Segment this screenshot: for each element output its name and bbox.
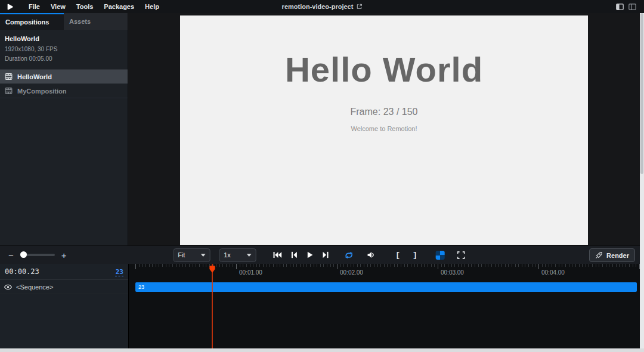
speed-dropdown[interactable]: 1x [219,248,256,262]
render-button-label: Render [606,252,629,259]
composition-item-label: HelloWorld [17,73,52,80]
volume-icon [366,251,374,258]
ruler-label: 00:02.00 [340,269,363,276]
tab-compositions[interactable]: Compositions [0,13,64,30]
current-frame-input[interactable]: 23 [116,268,123,276]
fit-dropdown-value: Fit [178,251,185,258]
fit-dropdown[interactable]: Fit [173,248,210,262]
left-panel-icon [616,4,624,10]
play-icon [306,251,313,258]
ruler-label: 00:03.00 [441,269,464,276]
chevron-down-icon [246,254,251,257]
sequence-bar-label: 23 [135,284,144,290]
track-name: <Sequence> [16,284,53,291]
vertical-scrollbar[interactable] [640,13,644,348]
loop-icon [343,251,354,259]
playback-toolbar: − + Fit 1x [0,245,640,264]
toggle-left-panel-button[interactable] [615,3,624,11]
external-link-icon [356,4,362,10]
current-timecode: 00:00.23 [5,267,39,276]
timeline-left-column: 00:00.23 23 <Sequence> [0,264,129,348]
scrollbar-thumb[interactable] [640,13,643,174]
canvas-frame-text: Frame: 23 / 150 [180,107,588,117]
rocket-icon [595,251,603,259]
canvas-subtitle-text: Welcome to Remotion! [180,125,588,132]
sequence-timeline-bar[interactable]: 23 [135,282,637,292]
project-title-link[interactable]: remotion-video-project [282,0,363,13]
playback-controls: Fit 1x [173,246,467,264]
menu-tools[interactable]: Tools [71,0,99,13]
play-button[interactable] [304,250,315,260]
out-marker-button[interactable]: ] [411,250,419,261]
track-visibility-button[interactable] [4,284,12,290]
sidebar-tabs: Compositions Assets [0,13,128,30]
chevron-down-icon [200,254,205,257]
fullscreen-button[interactable] [456,250,467,260]
timeline-tracks-area[interactable]: 00:01.00 00:02.00 00:03.00 00:04.00 23 [129,264,640,348]
playhead-handle[interactable] [209,265,216,276]
project-title: remotion-video-project [282,3,354,10]
zoom-in-button[interactable]: + [60,251,68,260]
composition-item-mycomposition[interactable]: MyComposition [0,84,128,98]
menu-file[interactable]: File [23,0,45,13]
canvas-title-text: Hello World [180,49,588,89]
render-button[interactable]: Render [589,248,635,262]
bottom-chrome-strip [0,348,644,352]
menu-view[interactable]: View [45,0,71,13]
fullscreen-icon [457,251,465,259]
previous-frame-button[interactable] [289,250,299,260]
eye-icon [4,284,12,290]
timeline-ruler[interactable]: 00:01.00 00:02.00 00:03.00 00:04.00 [129,264,640,279]
composition-name: HelloWorld [5,35,123,42]
composition-item-label: MyComposition [17,88,67,95]
timeline-zoom-cluster: − + [7,246,68,264]
remotion-logo-icon[interactable] [6,3,14,11]
transparency-toggle-button[interactable] [434,250,447,261]
jump-to-start-button[interactable] [271,250,283,260]
menu-items: File View Tools Packages Help [23,0,165,13]
next-frame-button[interactable] [320,250,330,260]
menu-packages[interactable]: Packages [98,0,140,13]
film-icon [5,87,13,95]
panel-toggles [615,0,637,13]
video-canvas[interactable]: Hello World Frame: 23 / 150 Welcome to R… [180,15,588,245]
volume-button[interactable] [364,250,376,260]
left-sidebar: Compositions Assets HelloWorld 1920x1080… [0,13,128,245]
zoom-slider-thumb[interactable] [20,251,27,258]
composition-list: HelloWorld MyComposition [0,70,128,98]
step-forward-icon [322,251,329,258]
checkerboard-icon [436,251,445,260]
preview-area: Hello World Frame: 23 / 150 Welcome to R… [128,13,640,245]
loop-toggle-button[interactable] [342,250,355,260]
ruler-label: 00:01.00 [239,269,262,276]
ruler-label: 00:04.00 [541,269,565,276]
right-panel-icon [628,4,636,10]
toggle-right-panel-button[interactable] [628,3,637,11]
zoom-out-button[interactable]: − [7,251,15,260]
composition-item-helloworld[interactable]: HelloWorld [0,70,128,84]
composition-duration: Duration 00:05.00 [5,54,123,64]
transport-controls [271,250,330,260]
timeline-time-row: 00:00.23 23 [0,264,128,280]
timeline: 00:00.23 23 <Sequence> 00:01.00 00:02.00… [0,264,640,348]
in-marker-button[interactable]: [ [394,250,402,261]
speed-dropdown-value: 1x [224,251,231,258]
remotion-studio-window: File View Tools Packages Help remotion-v… [0,0,644,352]
track-label-row: <Sequence> [0,280,128,294]
step-back-icon [290,251,297,258]
menu-help[interactable]: Help [140,0,165,13]
skip-start-icon [273,251,281,258]
zoom-slider[interactable] [20,254,55,256]
film-icon [5,73,13,80]
menu-bar: File View Tools Packages Help remotion-v… [0,0,644,13]
composition-resolution: 1920x1080, 30 FPS [5,45,123,54]
tab-assets[interactable]: Assets [64,13,128,30]
composition-info: HelloWorld 1920x1080, 30 FPS Duration 00… [0,30,128,70]
